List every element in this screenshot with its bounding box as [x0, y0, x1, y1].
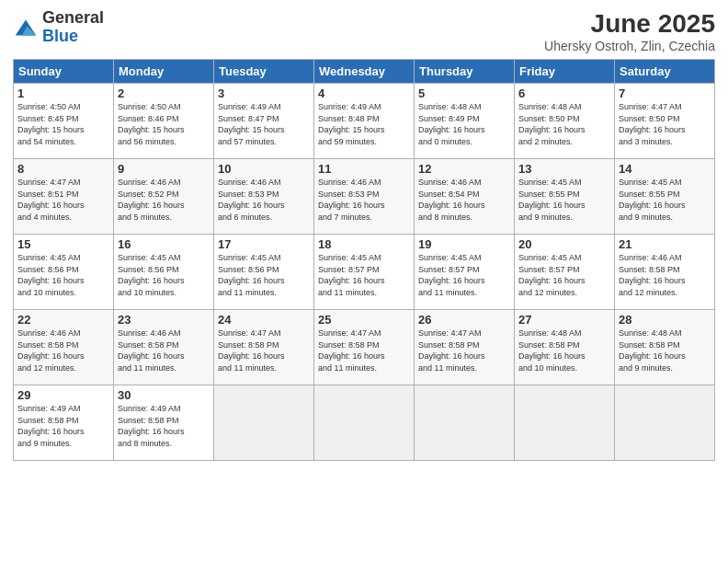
- day-info: Sunrise: 4:46 AM Sunset: 8:52 PM Dayligh…: [118, 177, 210, 223]
- table-row: 28Sunrise: 4:48 AM Sunset: 8:58 PM Dayli…: [615, 310, 715, 385]
- header-sunday: Sunday: [14, 60, 114, 84]
- day-info: Sunrise: 4:50 AM Sunset: 8:45 PM Dayligh…: [17, 101, 109, 147]
- table-row: [415, 385, 515, 461]
- day-info: Sunrise: 4:48 AM Sunset: 8:49 PM Dayligh…: [418, 101, 510, 147]
- day-number: 22: [17, 313, 109, 327]
- day-number: 20: [518, 237, 610, 251]
- day-info: Sunrise: 4:45 AM Sunset: 8:55 PM Dayligh…: [619, 177, 711, 223]
- table-row: 6Sunrise: 4:48 AM Sunset: 8:50 PM Daylig…: [515, 84, 615, 159]
- day-info: Sunrise: 4:46 AM Sunset: 8:53 PM Dayligh…: [318, 177, 410, 223]
- day-info: Sunrise: 4:46 AM Sunset: 8:58 PM Dayligh…: [17, 327, 109, 373]
- day-info: Sunrise: 4:46 AM Sunset: 8:53 PM Dayligh…: [218, 177, 310, 223]
- day-number: 12: [418, 162, 510, 176]
- day-info: Sunrise: 4:47 AM Sunset: 8:58 PM Dayligh…: [418, 327, 510, 373]
- day-info: Sunrise: 4:49 AM Sunset: 8:58 PM Dayligh…: [118, 403, 210, 449]
- day-info: Sunrise: 4:45 AM Sunset: 8:56 PM Dayligh…: [118, 252, 210, 298]
- day-info: Sunrise: 4:45 AM Sunset: 8:57 PM Dayligh…: [318, 252, 410, 298]
- day-number: 10: [218, 162, 310, 176]
- day-info: Sunrise: 4:45 AM Sunset: 8:56 PM Dayligh…: [17, 252, 109, 298]
- day-number: 21: [619, 237, 711, 251]
- table-row: 13Sunrise: 4:45 AM Sunset: 8:55 PM Dayli…: [515, 159, 615, 235]
- day-number: 5: [418, 86, 510, 100]
- page-header: General Blue June 2025 Uhersky Ostroh, Z…: [13, 9, 715, 53]
- day-info: Sunrise: 4:48 AM Sunset: 8:58 PM Dayligh…: [619, 327, 711, 373]
- day-number: 11: [318, 162, 410, 176]
- header-saturday: Saturday: [615, 60, 715, 84]
- day-number: 29: [17, 388, 109, 402]
- calendar-week-row: 22Sunrise: 4:46 AM Sunset: 8:58 PM Dayli…: [14, 310, 715, 385]
- day-number: 27: [518, 313, 610, 327]
- logo-icon: [13, 15, 39, 40]
- day-info: Sunrise: 4:46 AM Sunset: 8:58 PM Dayligh…: [619, 252, 711, 298]
- day-number: 8: [17, 162, 109, 176]
- table-row: 12Sunrise: 4:46 AM Sunset: 8:54 PM Dayli…: [415, 159, 515, 235]
- day-number: 16: [118, 237, 210, 251]
- day-number: 6: [518, 86, 610, 100]
- day-info: Sunrise: 4:49 AM Sunset: 8:58 PM Dayligh…: [17, 403, 109, 449]
- day-number: 14: [619, 162, 711, 176]
- header-tuesday: Tuesday: [214, 60, 314, 84]
- day-info: Sunrise: 4:48 AM Sunset: 8:50 PM Dayligh…: [518, 101, 610, 147]
- day-number: 7: [619, 86, 711, 100]
- day-info: Sunrise: 4:47 AM Sunset: 8:51 PM Dayligh…: [17, 177, 109, 223]
- table-row: 27Sunrise: 4:48 AM Sunset: 8:58 PM Dayli…: [515, 310, 615, 385]
- table-row: 8Sunrise: 4:47 AM Sunset: 8:51 PM Daylig…: [14, 159, 114, 235]
- table-row: 24Sunrise: 4:47 AM Sunset: 8:58 PM Dayli…: [214, 310, 314, 385]
- day-number: 25: [318, 313, 410, 327]
- header-friday: Friday: [515, 60, 615, 84]
- table-row: [615, 385, 715, 461]
- day-info: Sunrise: 4:45 AM Sunset: 8:56 PM Dayligh…: [218, 252, 310, 298]
- table-row: 23Sunrise: 4:46 AM Sunset: 8:58 PM Dayli…: [114, 310, 214, 385]
- table-row: 25Sunrise: 4:47 AM Sunset: 8:58 PM Dayli…: [314, 310, 415, 385]
- table-row: 7Sunrise: 4:47 AM Sunset: 8:50 PM Daylig…: [615, 84, 715, 159]
- table-row: 29Sunrise: 4:49 AM Sunset: 8:58 PM Dayli…: [14, 385, 114, 461]
- table-row: 10Sunrise: 4:46 AM Sunset: 8:53 PM Dayli…: [214, 159, 314, 235]
- day-number: 19: [418, 237, 510, 251]
- calendar-week-row: 29Sunrise: 4:49 AM Sunset: 8:58 PM Dayli…: [14, 385, 715, 461]
- day-number: 4: [318, 86, 410, 100]
- day-info: Sunrise: 4:45 AM Sunset: 8:55 PM Dayligh…: [518, 177, 610, 223]
- table-row: 4Sunrise: 4:49 AM Sunset: 8:48 PM Daylig…: [314, 84, 415, 159]
- day-info: Sunrise: 4:49 AM Sunset: 8:47 PM Dayligh…: [218, 101, 310, 147]
- day-number: 26: [418, 313, 510, 327]
- header-wednesday: Wednesday: [314, 60, 415, 84]
- calendar-week-row: 1Sunrise: 4:50 AM Sunset: 8:45 PM Daylig…: [14, 84, 715, 159]
- day-number: 2: [118, 86, 210, 100]
- header-monday: Monday: [114, 60, 214, 84]
- header-thursday: Thursday: [415, 60, 515, 84]
- table-row: 19Sunrise: 4:45 AM Sunset: 8:57 PM Dayli…: [415, 235, 515, 310]
- table-row: [314, 385, 415, 461]
- day-number: 17: [218, 237, 310, 251]
- day-number: 15: [17, 237, 109, 251]
- day-info: Sunrise: 4:48 AM Sunset: 8:58 PM Dayligh…: [518, 327, 610, 373]
- table-row: 1Sunrise: 4:50 AM Sunset: 8:45 PM Daylig…: [14, 84, 114, 159]
- table-row: 15Sunrise: 4:45 AM Sunset: 8:56 PM Dayli…: [14, 235, 114, 310]
- day-number: 1: [17, 86, 109, 100]
- table-row: 18Sunrise: 4:45 AM Sunset: 8:57 PM Dayli…: [314, 235, 415, 310]
- day-number: 3: [218, 86, 310, 100]
- day-info: Sunrise: 4:47 AM Sunset: 8:58 PM Dayligh…: [318, 327, 410, 373]
- day-info: Sunrise: 4:46 AM Sunset: 8:58 PM Dayligh…: [118, 327, 210, 373]
- table-row: [515, 385, 615, 461]
- day-info: Sunrise: 4:49 AM Sunset: 8:48 PM Dayligh…: [318, 101, 410, 147]
- day-info: Sunrise: 4:46 AM Sunset: 8:54 PM Dayligh…: [418, 177, 510, 223]
- table-row: 30Sunrise: 4:49 AM Sunset: 8:58 PM Dayli…: [114, 385, 214, 461]
- table-row: 26Sunrise: 4:47 AM Sunset: 8:58 PM Dayli…: [415, 310, 515, 385]
- table-row: 22Sunrise: 4:46 AM Sunset: 8:58 PM Dayli…: [14, 310, 114, 385]
- logo-blue-text: Blue: [42, 28, 104, 46]
- table-row: 9Sunrise: 4:46 AM Sunset: 8:52 PM Daylig…: [114, 159, 214, 235]
- title-block: June 2025 Uhersky Ostroh, Zlin, Czechia: [544, 9, 715, 53]
- calendar-week-row: 15Sunrise: 4:45 AM Sunset: 8:56 PM Dayli…: [14, 235, 715, 310]
- calendar-title: June 2025: [544, 9, 715, 39]
- calendar-subtitle: Uhersky Ostroh, Zlin, Czechia: [544, 39, 715, 53]
- day-number: 9: [118, 162, 210, 176]
- day-info: Sunrise: 4:47 AM Sunset: 8:58 PM Dayligh…: [218, 327, 310, 373]
- day-info: Sunrise: 4:45 AM Sunset: 8:57 PM Dayligh…: [518, 252, 610, 298]
- table-row: 20Sunrise: 4:45 AM Sunset: 8:57 PM Dayli…: [515, 235, 615, 310]
- day-number: 28: [619, 313, 711, 327]
- day-number: 13: [518, 162, 610, 176]
- calendar-table: Sunday Monday Tuesday Wednesday Thursday…: [13, 59, 715, 461]
- table-row: 17Sunrise: 4:45 AM Sunset: 8:56 PM Dayli…: [214, 235, 314, 310]
- table-row: 11Sunrise: 4:46 AM Sunset: 8:53 PM Dayli…: [314, 159, 415, 235]
- day-info: Sunrise: 4:45 AM Sunset: 8:57 PM Dayligh…: [418, 252, 510, 298]
